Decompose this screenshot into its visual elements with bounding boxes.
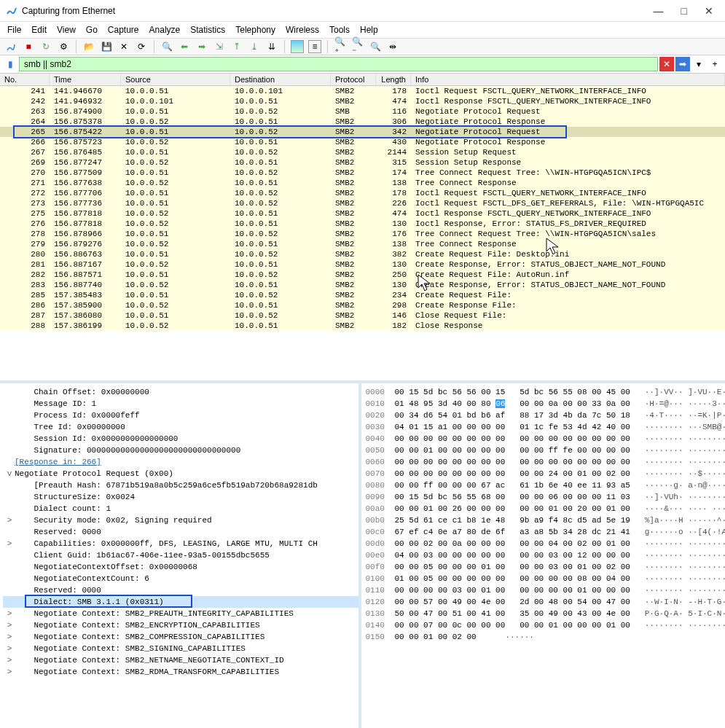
menu-telephony[interactable]: Telephony <box>235 25 275 35</box>
packet-row[interactable]: 281156.88716710.0.0.5210.0.0.51SMB2130Cr… <box>0 259 725 270</box>
zoom-out-icon[interactable]: 🔍⁻ <box>351 40 364 53</box>
packet-row[interactable]: 276156.87781810.0.0.5210.0.0.51SMB2130Io… <box>0 219 725 229</box>
detail-line[interactable]: NegotiateContextOffset: 0x00000068 <box>3 561 358 573</box>
detail-line[interactable]: Reserved: 0000 <box>3 526 358 538</box>
packet-row[interactable]: 241141.94667010.0.0.5110.0.0.101SMB2178I… <box>0 86 725 96</box>
packet-row[interactable]: 286157.38590010.0.0.5210.0.0.51SMB2298Cr… <box>0 300 725 310</box>
go-back-icon[interactable]: ⬅ <box>178 40 191 53</box>
resize-columns-icon[interactable]: ⇹ <box>386 40 399 53</box>
colorize-icon[interactable] <box>291 40 304 53</box>
menu-view[interactable]: View <box>57 25 76 35</box>
hex-line[interactable]: 010001 00 05 00 00 00 00 00 00 00 00 00 … <box>366 573 721 584</box>
packet-row[interactable]: 272156.87770610.0.0.5110.0.0.52SMB2178Io… <box>0 188 725 198</box>
hex-line[interactable]: 00e004 00 03 00 00 00 00 00 00 00 03 00 … <box>366 549 721 561</box>
close-file-icon[interactable]: ✕ <box>117 40 130 53</box>
detail-line[interactable]: [Response in: 266] <box>3 456 358 468</box>
menu-wireless[interactable]: Wireless <box>286 25 319 35</box>
packet-row[interactable]: 283156.88774010.0.0.5210.0.0.51SMB2130Cr… <box>0 280 725 290</box>
packet-row[interactable]: 279156.87927610.0.0.5210.0.0.51SMB2138Tr… <box>0 239 725 249</box>
detail-line[interactable]: > Security mode: 0x02, Signing required <box>3 514 358 526</box>
menu-capture[interactable]: Capture <box>108 25 139 35</box>
menu-tools[interactable]: Tools <box>329 25 350 35</box>
detail-line[interactable]: > Negotiate Context: SMB2_SIGNING_CAPABI… <box>3 643 358 654</box>
detail-line[interactable]: > Negotiate Context: SMB2_PREAUTH_INTEGR… <box>3 608 358 619</box>
packet-details-pane[interactable]: Chain Offset: 0x00000000 Message ID: 1 P… <box>0 383 361 728</box>
col-header-length[interactable]: Length <box>376 74 411 85</box>
packet-row[interactable]: 278156.87896610.0.0.5110.0.0.52SMB2176Tr… <box>0 229 725 239</box>
hex-line[interactable]: 012000 00 57 00 49 00 4e 00 2d 00 48 00 … <box>366 596 721 608</box>
clear-filter-icon[interactable]: ✕ <box>659 57 674 71</box>
packet-bytes-pane[interactable]: 000000 15 5d bc 56 56 00 15 5d bc 56 55 … <box>361 383 726 728</box>
packet-row[interactable]: 263156.87490010.0.0.5110.0.0.52SMB116Neg… <box>0 106 725 117</box>
detail-line[interactable]: Client Guid: 1b61ac67-406e-11ee-93a5-001… <box>3 549 358 561</box>
go-last-icon[interactable]: ⤓ <box>248 40 261 53</box>
hex-line[interactable]: 00f000 00 05 00 00 00 01 00 00 00 03 00 … <box>366 561 721 573</box>
packet-row[interactable]: 265156.87542210.0.0.5110.0.0.52SMB2342Ne… <box>0 127 725 137</box>
go-to-packet-icon[interactable]: ⇲ <box>213 40 226 53</box>
packet-row[interactable]: 288157.38619910.0.0.5210.0.0.51SMB2182Cl… <box>0 321 725 331</box>
restart-capture-icon[interactable]: ↻ <box>39 40 52 53</box>
packet-row[interactable]: 285157.38548310.0.0.5110.0.0.52SMB2234Cr… <box>0 290 725 300</box>
col-header-destination[interactable]: Destination <box>230 74 331 85</box>
open-file-icon[interactable]: 📂 <box>82 40 95 53</box>
hex-line[interactable]: 007000 00 00 00 00 00 00 00 00 00 24 00 … <box>366 468 721 480</box>
menu-go[interactable]: Go <box>86 25 98 35</box>
detail-line[interactable]: Signature: 00000000000000000000000000000… <box>3 445 358 456</box>
menu-statistics[interactable]: Statistics <box>190 25 225 35</box>
detail-line[interactable]: vNegotiate Protocol Request (0x00) <box>3 468 358 480</box>
detail-line[interactable]: Chain Offset: 0x00000000 <box>3 386 358 398</box>
col-header-source[interactable]: Source <box>121 74 230 85</box>
go-first-icon[interactable]: ⤒ <box>230 40 243 53</box>
menu-file[interactable]: File <box>7 25 21 35</box>
packet-row[interactable]: 269156.87724710.0.0.5210.0.0.51SMB2315Se… <box>0 157 725 168</box>
zoom-in-icon[interactable]: 🔍⁺ <box>334 40 347 53</box>
start-capture-icon[interactable] <box>4 40 17 53</box>
minimize-button[interactable]: — <box>654 5 664 17</box>
display-filter-input[interactable] <box>19 57 658 71</box>
detail-line[interactable]: Tree Id: 0x00000000 <box>3 421 358 433</box>
col-header-time[interactable]: Time <box>50 74 121 85</box>
detail-line[interactable]: > Negotiate Context: SMB2_COMPRESSION_CA… <box>3 631 358 643</box>
packet-row[interactable]: 264156.87537810.0.0.5210.0.0.51SMB2306Ne… <box>0 117 725 127</box>
packet-row[interactable]: 266156.87572310.0.0.5210.0.0.51SMB2430Ne… <box>0 137 725 147</box>
reload-icon[interactable]: ⟳ <box>135 40 148 53</box>
hex-line[interactable]: 00a000 00 01 00 26 00 00 00 00 00 01 00 … <box>366 503 721 514</box>
auto-scroll-icon[interactable]: ⇊ <box>265 40 278 53</box>
zoom-reset-icon[interactable]: 🔍 <box>369 40 382 53</box>
packet-row[interactable]: 270156.87750910.0.0.5110.0.0.52SMB2174Tr… <box>0 168 725 178</box>
capture-options-icon[interactable]: ⚙ <box>57 40 70 53</box>
filter-history-icon[interactable]: ▾ <box>691 57 706 71</box>
menu-help[interactable]: Help <box>360 25 378 35</box>
detail-line[interactable]: > Negotiate Context: SMB2_NETNAME_NEGOTI… <box>3 654 358 666</box>
detail-line[interactable]: > Negotiate Context: SMB2_RDMA_TRANSFORM… <box>3 666 358 678</box>
hex-line[interactable]: 002000 34 d6 54 01 bd b6 af 88 17 3d 4b … <box>366 410 721 421</box>
apply-filter-icon[interactable]: ➡ <box>675 57 690 71</box>
go-forward-icon[interactable]: ➡ <box>195 40 208 53</box>
menu-edit[interactable]: Edit <box>31 25 47 35</box>
packet-row[interactable]: 275156.87781810.0.0.5210.0.0.51SMB2474Io… <box>0 208 725 219</box>
packet-row[interactable]: 271156.87763810.0.0.5210.0.0.51SMB2138Tr… <box>0 178 725 188</box>
hex-line[interactable]: 001001 48 95 3d 40 00 80 06 00 00 0a 00 … <box>366 398 721 410</box>
layout-icon[interactable]: ≡ <box>308 40 321 53</box>
add-filter-button[interactable]: + <box>708 57 722 71</box>
hex-line[interactable]: 00c067 ef c4 0e a7 80 de 6f a3 a8 5b 34 … <box>366 526 721 538</box>
hex-line[interactable]: 005000 00 01 00 00 00 00 00 00 00 ff fe … <box>366 445 721 456</box>
hex-line[interactable]: 004000 00 00 00 00 00 00 00 00 00 00 00 … <box>366 433 721 445</box>
col-header-info[interactable]: Info <box>411 74 725 85</box>
packet-list-pane[interactable]: No. Time Source Destination Protocol Len… <box>0 74 725 383</box>
find-packet-icon[interactable]: 🔍 <box>160 40 173 53</box>
detail-line[interactable]: NegotiateContextCount: 6 <box>3 573 358 584</box>
bookmark-filter-icon[interactable]: ▮ <box>3 57 17 71</box>
detail-line[interactable]: Session Id: 0x0000000000000000 <box>3 433 358 445</box>
save-icon[interactable]: 💾 <box>100 40 113 53</box>
packet-row[interactable]: 242141.94693210.0.0.10110.0.0.51SMB2474I… <box>0 96 725 106</box>
detail-line[interactable]: > Negotiate Context: SMB2_ENCRYPTION_CAP… <box>3 619 358 631</box>
packet-row[interactable]: 287157.38608010.0.0.5110.0.0.52SMB2146Cl… <box>0 310 725 321</box>
hex-line[interactable]: 011000 00 00 00 03 00 01 00 00 00 00 00 … <box>366 584 721 596</box>
hex-line[interactable]: 014000 00 07 00 0c 00 00 00 00 00 01 00 … <box>366 619 721 631</box>
detail-line[interactable]: Reserved: 0000 <box>3 584 358 596</box>
hex-line[interactable]: 015000 00 01 00 02 00 ······ <box>366 631 721 643</box>
col-header-no[interactable]: No. <box>0 74 50 85</box>
menu-analyze[interactable]: Analyze <box>149 25 181 35</box>
detail-line[interactable]: Dialect count: 1 <box>3 503 358 514</box>
